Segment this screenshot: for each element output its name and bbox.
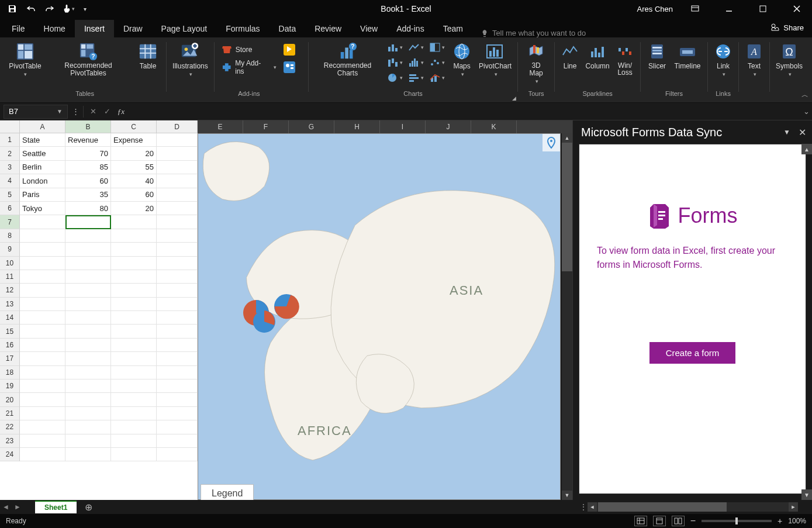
cell[interactable]: State bbox=[20, 133, 65, 147]
pivot-table-button[interactable]: PivotTable ▾ bbox=[7, 40, 43, 89]
scatter-chart-icon[interactable]: ▾ bbox=[426, 55, 447, 70]
cell[interactable] bbox=[65, 229, 111, 243]
cell[interactable] bbox=[111, 215, 157, 229]
col-header-K[interactable]: K bbox=[471, 120, 517, 133]
row-header-20[interactable]: 20 bbox=[0, 393, 20, 406]
cell[interactable] bbox=[157, 448, 198, 461]
charts-dialog-launcher-icon[interactable]: ◢ bbox=[512, 95, 516, 101]
cell[interactable] bbox=[65, 270, 111, 284]
row-header-16[interactable]: 16 bbox=[0, 339, 20, 352]
ribbon-tab-view[interactable]: View bbox=[351, 20, 387, 37]
close-icon[interactable] bbox=[785, 0, 808, 18]
share-button[interactable]: Share bbox=[770, 23, 804, 32]
pivotchart-button[interactable]: PivotChart▾ bbox=[476, 40, 514, 89]
cell[interactable] bbox=[157, 379, 198, 393]
cell[interactable]: 60 bbox=[65, 174, 111, 188]
sheet-tab-active[interactable]: Sheet1 bbox=[35, 501, 77, 513]
sheet-nav-prev-icon[interactable]: ◄ bbox=[0, 503, 12, 511]
row-header-4[interactable]: 4 bbox=[0, 174, 20, 188]
task-pane-menu-icon[interactable]: ▼ bbox=[783, 128, 790, 136]
cell[interactable]: 55 bbox=[111, 161, 157, 174]
ribbon-tab-home[interactable]: Home bbox=[34, 20, 75, 37]
cell[interactable]: 70 bbox=[65, 147, 111, 160]
cell[interactable] bbox=[157, 229, 198, 243]
sheet-nav-next-icon[interactable]: ► bbox=[12, 503, 23, 511]
cell[interactable] bbox=[157, 352, 198, 365]
row-header-5[interactable]: 5 bbox=[0, 188, 20, 202]
cell[interactable]: 80 bbox=[65, 202, 111, 215]
row-header-15[interactable]: 15 bbox=[0, 325, 20, 338]
sparkline-line-button[interactable]: Line bbox=[558, 40, 582, 89]
ribbon-tab-file[interactable]: File bbox=[2, 20, 34, 37]
row-header-17[interactable]: 17 bbox=[0, 352, 20, 365]
cell[interactable] bbox=[111, 325, 157, 338]
col-header-A[interactable]: A bbox=[20, 120, 65, 133]
row-header-3[interactable]: 3 bbox=[0, 161, 20, 174]
cell[interactable] bbox=[65, 257, 111, 270]
row-header-12[interactable]: 12 bbox=[0, 284, 20, 297]
row-header-21[interactable]: 21 bbox=[0, 407, 20, 420]
name-box-expand-icon[interactable]: ⋮ bbox=[70, 107, 81, 116]
cell[interactable] bbox=[65, 325, 111, 338]
cell[interactable] bbox=[20, 270, 65, 284]
recommended-pivottables-button[interactable]: ? Recommended PivotTables bbox=[44, 40, 132, 89]
formula-bar-expand-icon[interactable]: ⌄ bbox=[800, 107, 812, 116]
select-all-corner[interactable] bbox=[0, 120, 20, 133]
recommended-charts-button[interactable]: ? Recommended Charts bbox=[312, 40, 383, 89]
cell[interactable] bbox=[20, 311, 65, 325]
col-header-H[interactable]: H bbox=[334, 120, 380, 133]
cell[interactable] bbox=[20, 257, 65, 270]
col-header-F[interactable]: F bbox=[243, 120, 289, 133]
map-bubble-berlin[interactable] bbox=[273, 293, 300, 320]
row-header-7[interactable]: 7 bbox=[0, 215, 20, 229]
column-headers[interactable]: A B C D bbox=[0, 120, 198, 133]
view-normal-icon[interactable] bbox=[634, 516, 647, 526]
cell[interactable] bbox=[65, 243, 111, 256]
task-pane-scrollbar[interactable]: ▲ ▼ bbox=[801, 144, 812, 500]
bar-chart-icon[interactable]: ▾ bbox=[405, 70, 426, 85]
ribbon-tab-draw[interactable]: Draw bbox=[114, 20, 152, 37]
cell[interactable] bbox=[111, 284, 157, 297]
statistic-chart-icon[interactable]: ▾ bbox=[405, 55, 426, 70]
touch-mode-icon[interactable]: ▾ bbox=[62, 3, 75, 15]
cell[interactable] bbox=[111, 366, 157, 379]
cell[interactable] bbox=[65, 434, 111, 448]
column-headers-ext[interactable]: E F G H I J K bbox=[198, 120, 572, 133]
cell[interactable]: Seattle bbox=[20, 147, 65, 160]
cell[interactable] bbox=[157, 298, 198, 311]
row-header-22[interactable]: 22 bbox=[0, 420, 20, 434]
cell[interactable] bbox=[157, 420, 198, 434]
cell[interactable] bbox=[20, 215, 65, 229]
cell[interactable] bbox=[65, 284, 111, 297]
cell[interactable] bbox=[111, 407, 157, 420]
people-graph-addin-button[interactable] bbox=[281, 60, 298, 75]
illustrations-button[interactable]: Illustrations ▾ bbox=[170, 40, 210, 89]
row-header-13[interactable]: 13 bbox=[0, 298, 20, 311]
pie-chart-icon[interactable]: ▾ bbox=[384, 70, 405, 85]
ribbon-tab-formulas[interactable]: Formulas bbox=[216, 20, 269, 37]
cell[interactable] bbox=[157, 202, 198, 215]
maximize-icon[interactable] bbox=[751, 0, 775, 18]
cell[interactable] bbox=[111, 379, 157, 393]
cell[interactable] bbox=[157, 243, 198, 256]
tp-scroll-up-icon[interactable]: ▲ bbox=[801, 144, 812, 154]
slicer-button[interactable]: Slicer bbox=[644, 40, 670, 89]
row-header-8[interactable]: 8 bbox=[0, 229, 20, 243]
scroll-up-icon[interactable]: ▲ bbox=[562, 133, 572, 143]
row-header-2[interactable]: 2 bbox=[0, 147, 20, 160]
hscroll-left-icon[interactable]: ◄ bbox=[588, 502, 597, 512]
cell[interactable] bbox=[157, 147, 198, 160]
tp-scroll-down-icon[interactable]: ▼ bbox=[801, 489, 812, 500]
col-header-I[interactable]: I bbox=[380, 120, 426, 133]
tell-me-search[interactable]: Tell me what you want to do bbox=[481, 29, 586, 37]
cell[interactable] bbox=[111, 311, 157, 325]
cell[interactable] bbox=[20, 339, 65, 352]
cell[interactable] bbox=[111, 448, 157, 461]
tab-scroll-split-icon[interactable]: ⋮ bbox=[579, 503, 588, 511]
task-pane-close-icon[interactable]: ✕ bbox=[799, 127, 806, 138]
col-header-G[interactable]: G bbox=[289, 120, 334, 133]
cell[interactable] bbox=[111, 270, 157, 284]
row-header-1[interactable]: 1 bbox=[0, 133, 20, 147]
col-header-B[interactable]: B bbox=[65, 120, 111, 133]
cell[interactable] bbox=[20, 229, 65, 243]
